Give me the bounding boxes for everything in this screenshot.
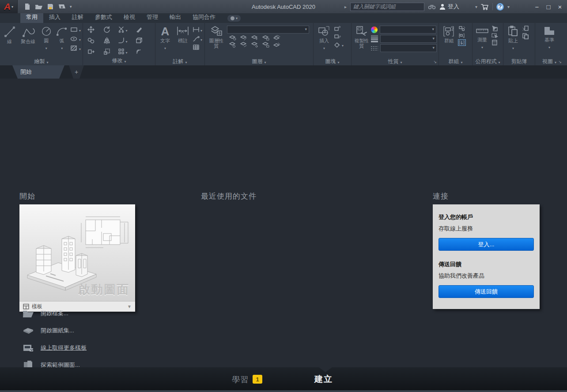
line-tool[interactable]: 線 — [2, 24, 17, 58]
base-view-tool[interactable]: 基準 — [540, 24, 559, 58]
layer-prev-icon[interactable] — [240, 42, 247, 48]
tab-manage[interactable]: 管理 — [141, 12, 164, 23]
maximize-button[interactable]: □ — [545, 3, 552, 11]
hatch-tool[interactable] — [70, 44, 81, 52]
panel-utilities-caret-icon[interactable] — [498, 59, 500, 65]
text-tool[interactable]: A 文字 — [157, 24, 173, 58]
panel-layers-caret-icon[interactable] — [264, 59, 266, 65]
search-binoculars-icon[interactable] — [428, 4, 436, 10]
quick-select-tool[interactable] — [491, 26, 498, 31]
leader-tool[interactable] — [193, 35, 202, 43]
rectangle-caret-icon[interactable] — [79, 26, 81, 34]
paste-tool[interactable]: 貼上 — [505, 24, 521, 58]
trim-caret-icon[interactable] — [125, 26, 127, 34]
measure-tool[interactable]: 測量 — [474, 24, 490, 58]
ellipse-caret-icon[interactable] — [79, 35, 81, 43]
move-tool[interactable] — [87, 26, 94, 33]
panel-modify-caret-icon[interactable] — [124, 58, 126, 64]
calculator-tool[interactable] — [491, 40, 498, 45]
cut-tool[interactable] — [522, 26, 529, 32]
search-input[interactable] — [350, 3, 424, 11]
measure-caret-icon[interactable] — [481, 42, 483, 50]
view-dialog-launcher-icon[interactable]: ↘ — [558, 60, 562, 64]
panel-properties-caret-icon[interactable] — [400, 59, 402, 65]
text-caret-icon[interactable] — [164, 43, 166, 51]
copy-tool[interactable] — [87, 37, 94, 44]
close-button[interactable]: × — [556, 3, 563, 11]
create-page-button[interactable]: 建立 — [314, 373, 333, 385]
dim-style-tool[interactable] — [193, 26, 202, 34]
layer-make-current-icon[interactable] — [229, 42, 236, 48]
array-caret-icon[interactable] — [125, 48, 127, 56]
paste-caret-icon[interactable] — [512, 43, 514, 51]
select-objects-tool[interactable] — [491, 33, 498, 38]
learn-page-button[interactable]: 學習 — [232, 374, 249, 385]
group-edit-tool[interactable] — [458, 33, 465, 38]
layer-state-icon[interactable] — [251, 42, 258, 48]
offset-tool[interactable] — [135, 48, 142, 55]
arc-caret-icon[interactable] — [61, 43, 63, 51]
tab-collaborate[interactable]: 協同合作 — [187, 12, 221, 23]
open-files-link[interactable]: 開啟檔案... — [22, 305, 137, 322]
edit-block-tool[interactable] — [334, 33, 344, 39]
layer-lock-icon[interactable] — [262, 35, 269, 41]
arc-tool[interactable]: 弧 — [54, 24, 69, 58]
fillet-tool[interactable] — [118, 37, 127, 45]
match-properties-tool[interactable]: 複製性質 — [353, 24, 370, 58]
file-tab-start[interactable]: 開始 — [12, 65, 64, 79]
help-icon[interactable]: ? — [496, 3, 504, 11]
lineweight-combobox[interactable] — [380, 35, 437, 43]
app-menu-button[interactable]: A ▾ — [0, 0, 18, 13]
minimize-button[interactable]: − — [533, 3, 541, 11]
object-color-combobox[interactable] — [380, 26, 436, 34]
tab-parametric[interactable]: 參數式 — [89, 12, 118, 23]
rotate-tool[interactable] — [103, 26, 110, 33]
group-tool[interactable]: 群組 — [441, 24, 457, 58]
get-templates-online-link[interactable]: 線上取得更多樣板 — [22, 339, 137, 356]
qat-customize-caret-icon[interactable]: ▾ — [70, 4, 72, 9]
erase-tool[interactable] — [135, 26, 142, 33]
array-tool[interactable] — [118, 48, 127, 56]
stretch-tool[interactable] — [87, 48, 94, 55]
help-caret-icon[interactable]: ▾ — [507, 4, 510, 9]
panel-draw-caret-icon[interactable] — [46, 59, 48, 65]
tab-home[interactable]: 常用 — [20, 12, 43, 23]
layer-walk-icon[interactable] — [273, 42, 280, 48]
open-sheet-set-link[interactable]: 開啟圖紙集... — [22, 322, 137, 339]
table-tool[interactable] — [193, 44, 202, 50]
infocenter-expand-icon[interactable]: ▸ — [344, 4, 347, 9]
panel-view-caret-icon[interactable] — [555, 59, 556, 65]
block-attributes-tool[interactable] — [334, 41, 344, 49]
linetype-combobox[interactable] — [380, 44, 437, 52]
layer-select-combobox[interactable] — [227, 26, 309, 34]
save-button[interactable] — [47, 3, 54, 10]
signin-menu[interactable]: 登入 — [439, 3, 459, 11]
layer-match-icon[interactable] — [273, 35, 280, 41]
group-selection-toggle[interactable] — [458, 40, 465, 45]
insert-block-tool[interactable]: 插入 — [315, 24, 333, 58]
app-store-cart-icon[interactable] — [481, 4, 489, 10]
create-block-tool[interactable] — [334, 26, 344, 32]
panel-annotate-caret-icon[interactable] — [185, 59, 187, 65]
panel-block-caret-icon[interactable] — [337, 59, 339, 65]
base-view-caret-icon[interactable] — [548, 42, 550, 50]
signin-caret-icon[interactable]: ▾ — [475, 4, 477, 9]
open-file-button[interactable] — [35, 3, 43, 10]
start-drawing-illustration[interactable]: 啟動圖面 — [19, 204, 135, 301]
new-drawing-button[interactable] — [24, 3, 31, 10]
start-drawing-card[interactable]: 啟動圖面 樣板 ▼ — [19, 204, 135, 312]
hatch-caret-icon[interactable] — [79, 44, 81, 52]
signin-button[interactable]: 登入... — [438, 238, 534, 251]
fillet-caret-icon[interactable] — [125, 37, 127, 45]
tab-view[interactable]: 檢視 — [118, 12, 141, 23]
mirror-tool[interactable] — [103, 37, 110, 44]
panel-groups-caret-icon[interactable] — [461, 59, 462, 65]
layer-freeze-icon[interactable] — [251, 35, 258, 41]
insert-caret-icon[interactable] — [323, 43, 325, 51]
ungroup-tool[interactable] — [458, 26, 465, 31]
explode-tool[interactable] — [135, 37, 142, 44]
block-caret-icon[interactable] — [342, 41, 344, 49]
copy-clip-tool[interactable] — [522, 33, 529, 39]
cloud-menu-button[interactable]: ▾ — [227, 15, 241, 22]
layer-unlock-icon[interactable] — [262, 42, 269, 48]
